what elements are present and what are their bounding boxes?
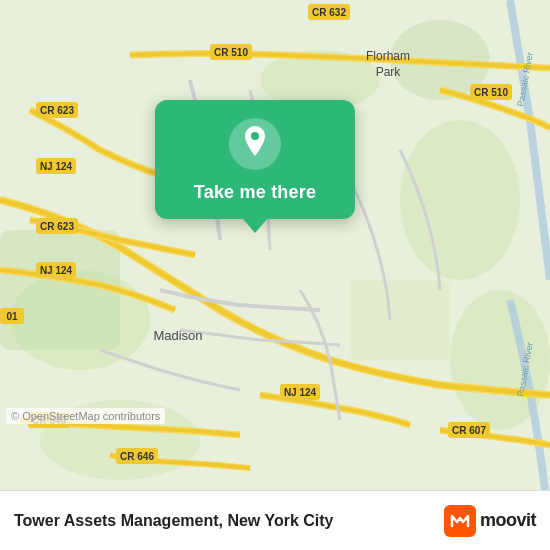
- svg-text:NJ 124: NJ 124: [40, 161, 73, 172]
- svg-point-2: [400, 120, 520, 280]
- location-icon-wrap: [229, 118, 281, 170]
- bottom-bar: Tower Assets Management, New York City m…: [0, 490, 550, 550]
- svg-rect-8: [350, 280, 450, 360]
- svg-text:Florham: Florham: [366, 49, 410, 63]
- svg-text:CR 623: CR 623: [40, 105, 74, 116]
- svg-text:NJ 124: NJ 124: [40, 265, 73, 276]
- svg-text:NJ 124: NJ 124: [284, 387, 317, 398]
- moovit-icon: [444, 505, 476, 537]
- map: CR 632 CR 510 CR 510 CR 623 CR 623 NJ 12…: [0, 0, 550, 490]
- business-name: Tower Assets Management, New York City: [14, 512, 444, 530]
- svg-text:Park: Park: [376, 65, 402, 79]
- location-pin-icon: [241, 126, 269, 163]
- svg-point-38: [251, 132, 259, 140]
- svg-rect-5: [0, 230, 120, 350]
- popup-card: Take me there: [155, 100, 355, 219]
- svg-text:CR 510: CR 510: [214, 47, 248, 58]
- map-attribution: © OpenStreetMap contributors: [6, 408, 165, 424]
- svg-text:CR 607: CR 607: [452, 425, 486, 436]
- svg-text:Madison: Madison: [153, 328, 202, 343]
- svg-text:CR 632: CR 632: [312, 7, 346, 18]
- svg-text:CR 623: CR 623: [40, 221, 74, 232]
- take-me-there-button[interactable]: Take me there: [194, 182, 316, 203]
- moovit-text: moovit: [480, 510, 536, 531]
- moovit-logo: moovit: [444, 505, 536, 537]
- svg-text:CR 646: CR 646: [120, 451, 154, 462]
- svg-text:01: 01: [6, 311, 18, 322]
- svg-text:CR 510: CR 510: [474, 87, 508, 98]
